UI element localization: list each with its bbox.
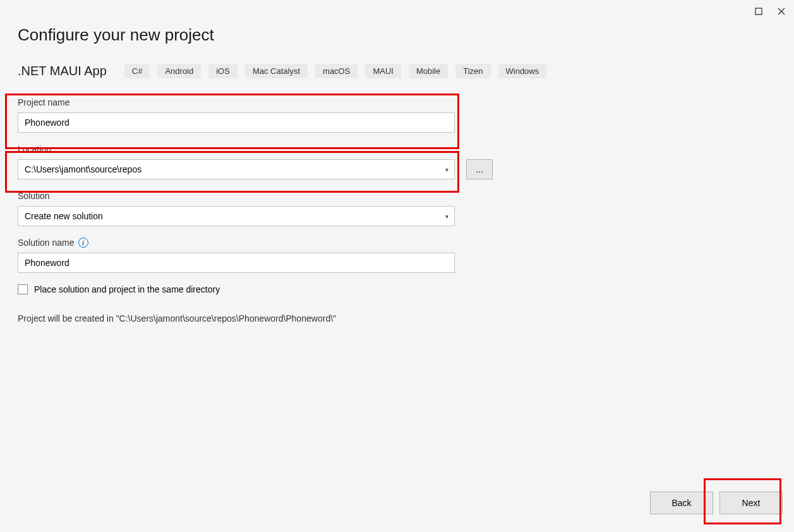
template-tag[interactable]: Android (157, 64, 201, 78)
template-row: .NET MAUI App C# Android iOS Mac Catalys… (18, 64, 776, 78)
location-input[interactable] (18, 159, 455, 179)
solution-select[interactable] (18, 206, 455, 226)
maximize-icon[interactable] (754, 6, 764, 16)
window-controls (754, 6, 786, 16)
svg-rect-0 (755, 8, 762, 15)
back-button[interactable]: Back (650, 492, 713, 514)
project-name-group: Project name (18, 97, 455, 133)
solution-label: Solution (18, 191, 455, 201)
project-name-input[interactable] (18, 112, 455, 133)
solution-group: Solution ▾ (18, 191, 455, 226)
solution-name-label: Solution name (18, 238, 75, 248)
close-icon[interactable] (776, 6, 786, 16)
location-group: Location ▾ (18, 144, 455, 179)
solution-name-input[interactable] (18, 253, 455, 273)
footer-buttons: Back Next (650, 492, 783, 514)
info-icon[interactable]: i (78, 238, 88, 248)
browse-button[interactable]: ... (466, 159, 493, 179)
template-name: .NET MAUI App (18, 64, 107, 78)
template-tag[interactable]: Windows (498, 64, 547, 78)
template-tag[interactable]: Tizen (455, 64, 490, 78)
template-tag[interactable]: MAUI (365, 64, 401, 78)
template-tag[interactable]: Mac Catalyst (245, 64, 308, 78)
location-label: Location (18, 144, 455, 154)
solution-name-group: Solution name i (18, 238, 455, 273)
project-name-label: Project name (18, 97, 455, 107)
page-title: Configure your new project (18, 25, 776, 45)
same-directory-row: Place solution and project in the same d… (18, 284, 776, 294)
template-tag[interactable]: Mobile (409, 64, 448, 78)
template-tag[interactable]: iOS (208, 64, 238, 78)
same-directory-label: Place solution and project in the same d… (34, 284, 220, 294)
template-tag[interactable]: macOS (315, 64, 358, 78)
template-tag[interactable]: C# (124, 64, 150, 78)
next-button[interactable]: Next (719, 492, 783, 514)
project-path-info: Project will be created in "C:\Users\jam… (18, 313, 776, 323)
same-directory-checkbox[interactable] (18, 284, 28, 294)
